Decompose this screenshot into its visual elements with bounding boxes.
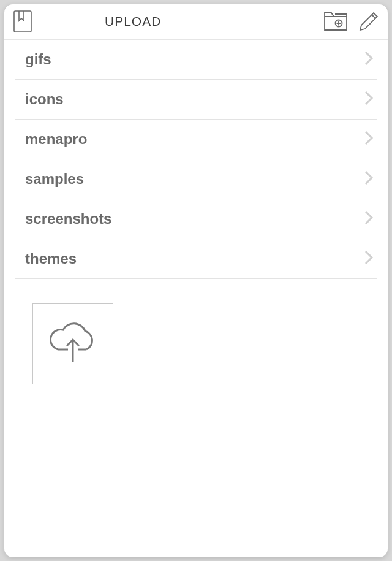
folder-list: gifs icons menapro samples screenshots [4,40,388,279]
upload-panel: UPLOAD gifs [4,4,388,557]
folder-label: screenshots [25,210,111,227]
page-title: UPLOAD [43,14,323,29]
folder-item-menapro[interactable]: menapro [15,120,377,159]
folder-label: gifs [25,51,51,68]
folder-label: icons [25,91,64,108]
chevron-right-icon [363,249,374,269]
bookmark-icon[interactable] [13,10,32,33]
folder-item-gifs[interactable]: gifs [15,40,377,80]
folder-label: menapro [25,131,87,148]
folder-item-samples[interactable]: samples [15,159,377,199]
pencil-icon[interactable] [358,11,379,32]
cloud-upload-icon [46,319,100,369]
new-folder-icon[interactable] [323,10,349,32]
folder-label: samples [25,170,84,188]
upload-area [4,279,388,384]
chevron-right-icon [363,169,374,189]
svg-rect-0 [14,11,31,32]
folder-item-screenshots[interactable]: screenshots [15,199,377,239]
header-right [323,10,379,32]
folder-label: themes [25,250,77,267]
chevron-right-icon [363,129,374,149]
panel-header: UPLOAD [4,4,388,40]
chevron-right-icon [363,90,374,109]
chevron-right-icon [363,50,374,69]
upload-button[interactable] [32,303,113,384]
header-left [13,10,43,33]
folder-item-themes[interactable]: themes [15,239,377,279]
chevron-right-icon [363,209,374,229]
folder-item-icons[interactable]: icons [15,80,377,120]
svg-line-4 [372,15,375,18]
